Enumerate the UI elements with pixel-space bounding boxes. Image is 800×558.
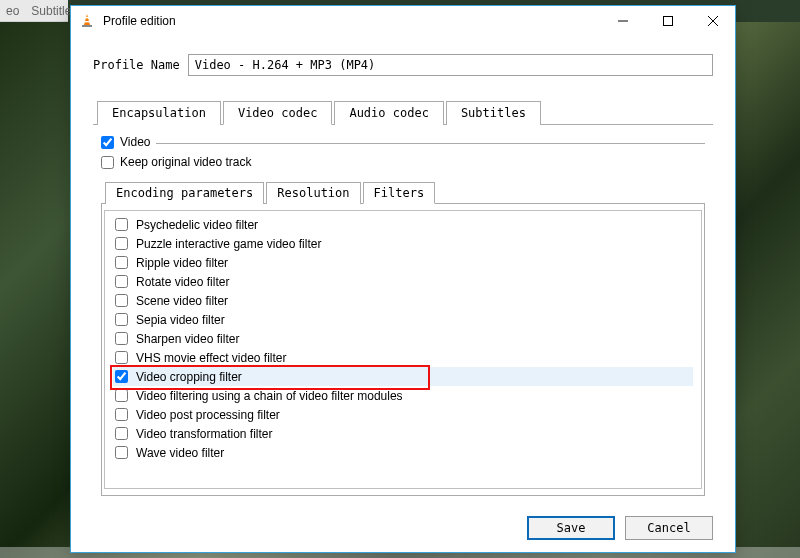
tab-video-codec[interactable]: Video codec <box>223 101 332 125</box>
svg-rect-2 <box>84 21 90 22</box>
filter-checkbox[interactable] <box>115 313 128 326</box>
filter-list[interactable]: Psychedelic video filterPuzzle interacti… <box>104 210 702 489</box>
filter-item[interactable]: Video filtering using a chain of video f… <box>113 386 693 405</box>
filter-item[interactable]: Video cropping filter <box>113 367 693 386</box>
tab-audio-codec[interactable]: Audio codec <box>334 101 443 125</box>
svg-rect-3 <box>82 25 92 27</box>
profile-name-row: Profile Name <box>93 54 713 76</box>
video-codec-panel: Video Keep original video track Encoding… <box>93 125 713 506</box>
filter-item[interactable]: Sharpen video filter <box>113 329 693 348</box>
filter-label: Video filtering using a chain of video f… <box>136 389 403 403</box>
dialog-button-row: Save Cancel <box>71 506 735 552</box>
filter-checkbox[interactable] <box>115 446 128 459</box>
filter-item[interactable]: Scene video filter <box>113 291 693 310</box>
maximize-icon <box>663 16 673 26</box>
dialog-body: Profile Name EncapsulationVideo codecAud… <box>71 36 735 506</box>
filter-label: Ripple video filter <box>136 256 228 270</box>
vlc-icon <box>79 13 95 29</box>
keep-original-row[interactable]: Keep original video track <box>101 155 705 169</box>
filter-label: VHS movie effect video filter <box>136 351 287 365</box>
filter-label: Rotate video filter <box>136 275 229 289</box>
filter-checkbox[interactable] <box>115 427 128 440</box>
filter-item[interactable]: Ripple video filter <box>113 253 693 272</box>
svg-rect-1 <box>85 17 90 18</box>
filter-label: Video post processing filter <box>136 408 280 422</box>
filter-item[interactable]: Puzzle interactive game video filter <box>113 234 693 253</box>
filter-checkbox[interactable] <box>115 275 128 288</box>
filter-item[interactable]: Video transformation filter <box>113 424 693 443</box>
svg-marker-0 <box>84 14 90 25</box>
filter-checkbox[interactable] <box>115 351 128 364</box>
filter-item[interactable]: Wave video filter <box>113 443 693 462</box>
filter-item[interactable]: VHS movie effect video filter <box>113 348 693 367</box>
close-icon <box>708 16 718 26</box>
inner-tabs: Encoding parametersResolutionFilters <box>101 181 705 204</box>
subtab-resolution[interactable]: Resolution <box>266 182 360 204</box>
filter-label: Sepia video filter <box>136 313 225 327</box>
keep-original-label: Keep original video track <box>120 155 251 169</box>
cancel-button[interactable]: Cancel <box>625 516 713 540</box>
filters-panel: Psychedelic video filterPuzzle interacti… <box>101 204 705 496</box>
menu-item-eo[interactable]: eo <box>0 4 25 18</box>
filter-checkbox[interactable] <box>115 256 128 269</box>
groupbox-line <box>156 143 705 144</box>
close-button[interactable] <box>690 6 735 36</box>
tab-subtitles[interactable]: Subtitles <box>446 101 541 125</box>
subtab-encoding-parameters[interactable]: Encoding parameters <box>105 182 264 204</box>
filter-checkbox[interactable] <box>115 370 128 383</box>
keep-original-checkbox[interactable] <box>101 156 114 169</box>
profile-name-input[interactable] <box>188 54 713 76</box>
profile-name-label: Profile Name <box>93 58 180 72</box>
filter-item[interactable]: Rotate video filter <box>113 272 693 291</box>
viewport: eo Subtitle Profile edition P <box>0 0 800 558</box>
filter-checkbox[interactable] <box>115 237 128 250</box>
subtab-filters[interactable]: Filters <box>363 182 436 204</box>
filter-label: Video transformation filter <box>136 427 273 441</box>
save-button[interactable]: Save <box>527 516 615 540</box>
minimize-button[interactable] <box>600 6 645 36</box>
filter-label: Psychedelic video filter <box>136 218 258 232</box>
filter-checkbox[interactable] <box>115 389 128 402</box>
svg-rect-5 <box>663 17 672 26</box>
filter-checkbox[interactable] <box>115 332 128 345</box>
filter-item[interactable]: Sepia video filter <box>113 310 693 329</box>
filter-item[interactable]: Video post processing filter <box>113 405 693 424</box>
tab-encapsulation[interactable]: Encapsulation <box>97 101 221 125</box>
filter-label: Sharpen video filter <box>136 332 239 346</box>
video-checkbox[interactable] <box>101 136 114 149</box>
filter-label: Puzzle interactive game video filter <box>136 237 321 251</box>
main-window-menubar-fragment: eo Subtitle <box>0 0 68 22</box>
filter-label: Video cropping filter <box>136 370 242 384</box>
filter-checkbox[interactable] <box>115 294 128 307</box>
profile-edition-dialog: Profile edition Profile Name Encapsulati… <box>70 5 736 553</box>
video-checkbox-row[interactable]: Video <box>101 135 705 149</box>
filter-label: Scene video filter <box>136 294 228 308</box>
titlebar[interactable]: Profile edition <box>71 6 735 36</box>
minimize-icon <box>618 16 628 26</box>
filter-checkbox[interactable] <box>115 408 128 421</box>
maximize-button[interactable] <box>645 6 690 36</box>
filter-item[interactable]: Psychedelic video filter <box>113 215 693 234</box>
outer-tabs: EncapsulationVideo codecAudio codecSubti… <box>93 100 713 125</box>
video-checkbox-label: Video <box>120 135 150 149</box>
filter-checkbox[interactable] <box>115 218 128 231</box>
filter-label: Wave video filter <box>136 446 224 460</box>
dialog-title: Profile edition <box>103 14 600 28</box>
